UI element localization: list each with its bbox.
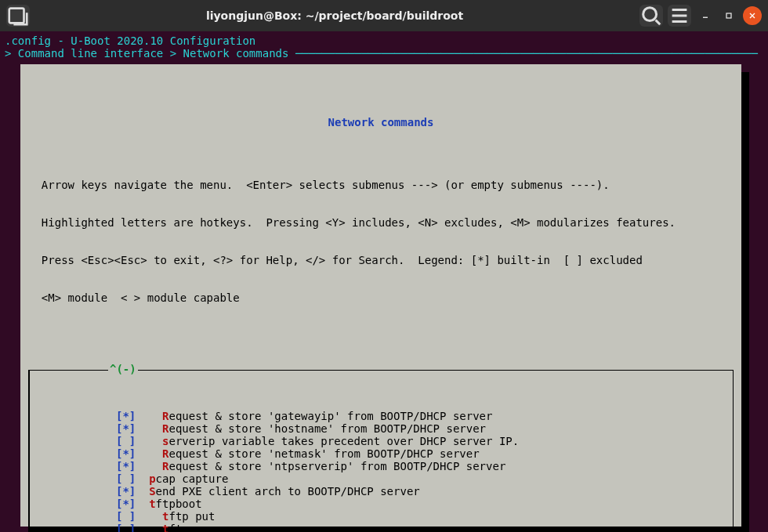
menu-item[interactable]: [ ] serverip variable takes precedent ov…	[30, 435, 733, 447]
svg-rect-0	[9, 9, 24, 24]
svg-point-1	[643, 8, 657, 21]
search-button[interactable]	[639, 5, 663, 27]
config-header-1: .config - U-Boot 2020.10 Configuration	[5, 34, 763, 47]
menu-item[interactable]: [*] Request & store 'gatewayip' from BOO…	[30, 410, 733, 422]
menu-item[interactable]: [ ] pcap capture	[30, 472, 733, 485]
menu-item[interactable]: [ ] tftp put	[30, 510, 733, 523]
menu-item[interactable]: [ ] tftpsrv	[30, 523, 733, 532]
maximize-button[interactable]	[719, 6, 738, 25]
titlebar: liyongjun@Box: ~/project/board/buildroot	[0, 0, 768, 31]
config-header-2: > Command line interface > Network comma…	[5, 47, 763, 60]
close-button[interactable]	[743, 6, 762, 25]
menu-item[interactable]: [*] Send PXE client arch to BOOTP/DHCP s…	[30, 485, 733, 498]
menu-title: Network commands	[28, 116, 734, 128]
terminal-area[interactable]: .config - U-Boot 2020.10 Configuration >…	[0, 31, 768, 532]
svg-rect-2	[726, 13, 731, 18]
menu-button[interactable]	[668, 5, 691, 27]
window-title: liyongjun@Box: ~/project/board/buildroot	[36, 9, 633, 22]
minimize-button[interactable]	[696, 6, 715, 25]
new-tab-button[interactable]	[6, 5, 30, 27]
menu-item[interactable]: [*] Request & store 'netmask' from BOOTP…	[30, 447, 733, 460]
menu-item[interactable]: [*] tftpboot	[30, 498, 733, 510]
config-dialog: Network commands Arrow keys navigate the…	[20, 64, 741, 527]
menu-item[interactable]: [*] Request & store 'hostname' from BOOT…	[30, 422, 733, 435]
help-text: Arrow keys navigate the menu. <Enter> se…	[28, 154, 734, 329]
scroll-up-indicator: ^(-)	[108, 363, 138, 375]
menu-frame: ^(-) [*] Request & store 'gatewayip' fro…	[28, 370, 734, 532]
menu-item[interactable]: [*] Request & store 'ntpserverip' from B…	[30, 460, 733, 472]
